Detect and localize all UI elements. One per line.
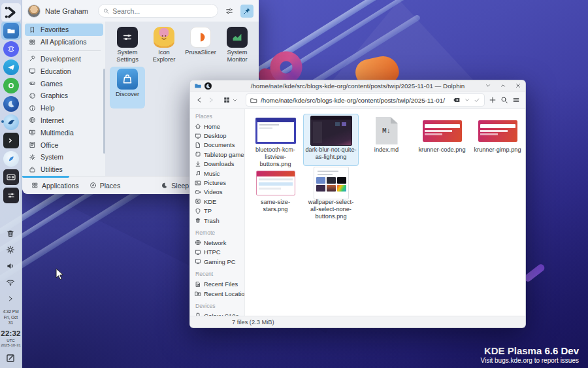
close-button[interactable] bbox=[515, 82, 521, 89]
maximize-button[interactable] bbox=[500, 82, 506, 89]
app-label: System Monitor bbox=[220, 49, 255, 63]
place-galaxy-s10e[interactable]: Galaxy S10e bbox=[195, 311, 242, 316]
location-bar[interactable]: /home/nate/kde/src/blogs-kde-org/content… bbox=[246, 93, 485, 107]
network-tray-button[interactable] bbox=[2, 275, 19, 290]
search-box[interactable] bbox=[98, 4, 218, 18]
category-graphics[interactable]: Graphics bbox=[25, 90, 103, 102]
place-pictures[interactable]: Pictures bbox=[195, 178, 242, 187]
place-documents[interactable]: Documents bbox=[195, 141, 242, 150]
file-krunner-gimp[interactable]: krunner-gimp.png bbox=[470, 114, 525, 166]
category-favorites[interactable]: Favorites bbox=[25, 24, 103, 36]
file-name: wallpaper-select-all-select-none-buttons… bbox=[305, 199, 357, 221]
file-same-size-stars[interactable]: same-size-stars.png bbox=[248, 166, 303, 218]
place-recent-locations[interactable]: Recent Locations bbox=[195, 289, 242, 298]
search-input[interactable] bbox=[112, 7, 213, 15]
place-trash[interactable]: Trash bbox=[195, 216, 242, 225]
view-mode-button[interactable] bbox=[223, 96, 238, 104]
blue-sphere-task-button[interactable] bbox=[1, 95, 21, 113]
split-view-button[interactable] bbox=[489, 96, 497, 104]
place-videos[interactable]: Videos bbox=[195, 188, 242, 197]
category-label: Help bbox=[41, 104, 55, 112]
file-wallpaper-select[interactable]: wallpaper-select-all-select-none-buttons… bbox=[303, 166, 359, 218]
file-krunner-code[interactable]: krunner-code.png bbox=[414, 114, 470, 166]
place-home[interactable]: Home bbox=[195, 122, 242, 131]
system-settings-task-button[interactable] bbox=[1, 186, 21, 205]
category-system[interactable]: System bbox=[25, 151, 103, 163]
pin-button[interactable] bbox=[240, 5, 253, 18]
brightness-tray-button[interactable] bbox=[2, 243, 19, 257]
back-button[interactable] bbox=[195, 96, 203, 104]
app-prusaslicer[interactable]: PrusaSlicer bbox=[183, 25, 218, 67]
folder-clock-icon bbox=[195, 290, 201, 297]
category-help[interactable]: Help bbox=[25, 102, 103, 114]
file-index-md[interactable]: M↓ index.md bbox=[359, 114, 414, 166]
category-multimedia[interactable]: Multimedia bbox=[25, 126, 103, 139]
media-app-task-button[interactable] bbox=[1, 168, 21, 186]
menu-button[interactable] bbox=[512, 96, 520, 104]
place-tabletop-games[interactable]: Tabletop games bbox=[195, 150, 242, 159]
feather-app-task-button[interactable] bbox=[1, 150, 21, 168]
app-launcher-button[interactable] bbox=[1, 3, 21, 22]
system-tray: 4:32 PM Fri, Oct 31 22:32 UTC 2025-10-31 bbox=[1, 226, 21, 368]
app-system-monitor[interactable]: System Monitor bbox=[220, 25, 255, 67]
user-avatar[interactable] bbox=[27, 5, 41, 18]
category-internet[interactable]: Internet bbox=[25, 114, 103, 127]
utc-clock[interactable]: 22:32 UTC 2025-10-31 bbox=[1, 329, 21, 348]
place-kde[interactable]: KDE bbox=[195, 197, 242, 206]
category-utilities[interactable]: Utilities bbox=[25, 163, 103, 176]
trash-tray-button[interactable] bbox=[2, 226, 19, 241]
checkmark-icon[interactable] bbox=[474, 97, 480, 103]
search-button[interactable] bbox=[500, 96, 508, 104]
location-path[interactable]: /home/nate/kde/src/blogs-kde-org/content… bbox=[261, 97, 449, 104]
app-label: System Settings bbox=[110, 49, 145, 63]
file-thumbnail: M↓ bbox=[376, 117, 398, 144]
place-gaming-pc[interactable]: Gaming PC bbox=[195, 257, 242, 266]
file-bluetooth-kcm[interactable]: bluetooth-kcm-listview-buttons.png bbox=[248, 114, 303, 166]
place-tp[interactable]: TP bbox=[195, 207, 242, 216]
clear-text-icon[interactable] bbox=[453, 96, 461, 104]
place-recent-files[interactable]: Recent Files bbox=[195, 279, 242, 288]
discord-task-button[interactable] bbox=[1, 40, 21, 58]
browser-task-button[interactable] bbox=[1, 113, 21, 131]
file-thumbnail bbox=[423, 120, 462, 142]
category-games[interactable]: Games bbox=[25, 77, 103, 90]
notes-widget-button[interactable] bbox=[2, 351, 19, 365]
folder-view[interactable]: bluetooth-kcm-listview-buttons.png dark-… bbox=[245, 109, 525, 316]
app-label: PrusaSlicer bbox=[185, 49, 216, 56]
app-system-settings[interactable]: System Settings bbox=[110, 25, 145, 67]
minimize-button[interactable] bbox=[485, 82, 491, 89]
telegram-task-button[interactable] bbox=[1, 58, 21, 76]
sleep-button[interactable]: Sleep bbox=[157, 176, 193, 194]
app-discover[interactable]: Discover bbox=[110, 67, 145, 109]
chat-app-task-button[interactable] bbox=[1, 76, 21, 95]
category-development[interactable]: Development bbox=[25, 53, 103, 65]
tab-applications[interactable]: Applications bbox=[27, 176, 83, 194]
tab-places[interactable]: Places bbox=[86, 176, 125, 194]
display-icon bbox=[29, 67, 36, 75]
places-panel: Places Home Desktop Documents Tabletop g… bbox=[190, 109, 245, 316]
forward-button[interactable] bbox=[207, 96, 215, 104]
place-desktop[interactable]: Desktop bbox=[195, 131, 242, 140]
place-network[interactable]: Network bbox=[195, 238, 242, 247]
local-clock[interactable]: 4:32 PM Fri, Oct 31 bbox=[3, 309, 18, 325]
tray-expander-button[interactable] bbox=[2, 292, 19, 306]
titlebar[interactable]: /home/nate/kde/src/blogs-kde-org/content… bbox=[190, 80, 525, 92]
watermark-subtitle: Visit bugs.kde.org to report issues bbox=[481, 357, 579, 364]
place-music[interactable]: Music bbox=[195, 169, 242, 178]
file-name: krunner-code.png bbox=[418, 146, 465, 154]
category-all-applications[interactable]: All Applications bbox=[25, 36, 103, 48]
chevron-down-icon[interactable] bbox=[464, 97, 470, 103]
volume-tray-button[interactable] bbox=[2, 259, 19, 273]
globe-icon bbox=[195, 239, 201, 246]
configure-button[interactable] bbox=[223, 5, 236, 18]
konsole-task-button[interactable] bbox=[1, 131, 21, 150]
scrollbar[interactable] bbox=[103, 69, 105, 154]
trash-icon bbox=[6, 229, 15, 238]
place-downloads[interactable]: Downloads bbox=[195, 159, 242, 169]
dolphin-task-button[interactable] bbox=[1, 22, 21, 40]
place-htpc[interactable]: HTPC bbox=[195, 248, 242, 257]
category-education[interactable]: Education bbox=[25, 65, 103, 77]
app-icon-explorer[interactable]: Icon Explorer bbox=[146, 25, 182, 67]
file-dark-blur[interactable]: dark-blur-not-quite-as-light.png bbox=[303, 114, 359, 166]
category-office[interactable]: Office bbox=[25, 139, 103, 151]
